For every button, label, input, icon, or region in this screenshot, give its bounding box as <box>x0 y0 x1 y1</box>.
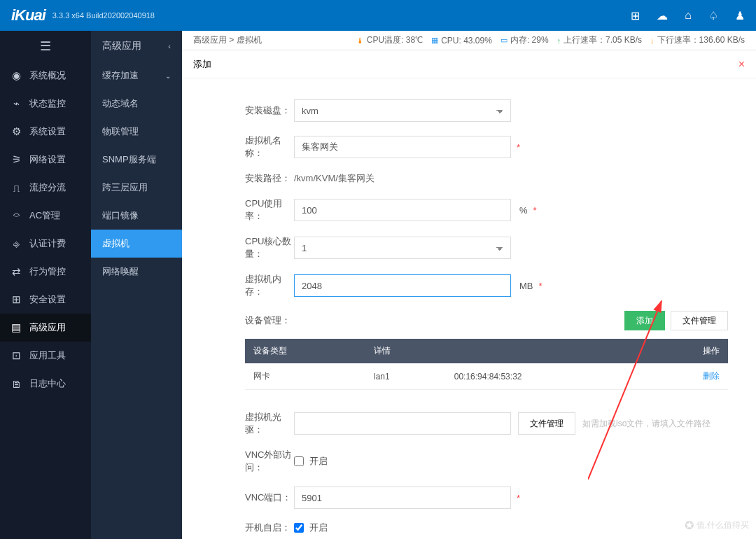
nav2-item[interactable]: SNMP服务端 <box>91 146 182 174</box>
file-manage-button[interactable]: 文件管理 <box>671 311 728 330</box>
cpu-icon: ▦ <box>431 36 438 45</box>
nav-label: 高级应用 <box>29 321 66 334</box>
close-icon[interactable]: × <box>738 58 745 71</box>
nav-label: 网络设置 <box>29 153 66 166</box>
col-action: 操作 <box>648 339 728 363</box>
nav1-item[interactable]: ⚞网络设置 <box>0 146 91 174</box>
nav2-item[interactable]: 动态域名 <box>91 90 182 118</box>
vnc-ext-checkbox[interactable]: 开启 <box>294 455 328 468</box>
logo: iKuai <box>11 6 46 24</box>
nav1-item[interactable]: 🗎日志中心 <box>0 370 91 398</box>
nav1-item[interactable]: ◉系统概况 <box>0 62 91 90</box>
device-table: 设备类型 详情 操作 网卡 lan1 00:16:94:84:53:32 删除 <box>245 339 728 390</box>
cdrom-hint: 如需加载iso文件，请填入文件路径 <box>582 418 710 430</box>
memory-input[interactable] <box>294 274 511 297</box>
nav2-item[interactable]: 跨三层应用 <box>91 174 182 202</box>
upload-rate: 上行速率：7.05 KB/s <box>564 34 642 46</box>
cell-type: 网卡 <box>245 363 365 390</box>
cpu-usage-label: CPU使用率： <box>210 197 294 223</box>
nav2-label: 跨三层应用 <box>102 181 148 194</box>
cdrom-label: 虚拟机光驱： <box>210 411 294 436</box>
nav2-label: 物联管理 <box>102 125 139 138</box>
vnc-port-label: VNC端口： <box>210 491 294 504</box>
nav2-label: 虚拟机 <box>102 237 130 250</box>
cpu-usage: CPU: 43.09% <box>441 36 492 46</box>
cloud-icon[interactable]: ☁ <box>657 9 668 22</box>
breadcrumb[interactable]: 高级应用 > 虚拟机 <box>193 34 262 46</box>
table-row: 网卡 lan1 00:16:94:84:53:32 删除 <box>245 363 728 390</box>
nav1-item[interactable]: ⊞安全设置 <box>0 286 91 314</box>
cpu-cores-label: CPU核心数量： <box>210 235 294 260</box>
chevron-left-icon[interactable]: ‹ <box>168 42 171 50</box>
nav-icon: ⊞ <box>10 293 22 306</box>
cpu-usage-input[interactable] <box>294 199 511 221</box>
add-device-button[interactable]: 添加 <box>624 311 665 330</box>
nav-icon: ⌔ <box>10 210 22 222</box>
top-bar: iKuai 3.3.3 x64 Build202002040918 ⊞ ☁ ⌂ … <box>0 0 756 31</box>
user-icon[interactable]: ♟ <box>735 9 745 22</box>
nav1-item[interactable]: ▤高级应用 <box>0 314 91 342</box>
memory-usage: 内存: 29% <box>510 34 549 46</box>
nav-label: 系统设置 <box>29 125 66 138</box>
nav1-item[interactable]: ⎍流控分流 <box>0 174 91 202</box>
nav2-item[interactable]: 端口镜像 <box>91 202 182 230</box>
topbar-icons: ⊞ ☁ ⌂ ♤ ♟ <box>631 9 745 22</box>
cpu-cores-select[interactable]: 1 <box>294 237 511 259</box>
upload-icon: ↑ <box>557 36 561 45</box>
nav2-item[interactable]: 物联管理 <box>91 118 182 146</box>
delete-link[interactable]: 删除 <box>703 371 720 381</box>
watermark: ✪值,什么值得买 <box>685 519 749 532</box>
path-label: 安装路径： <box>210 172 294 185</box>
vm-name-input[interactable] <box>294 136 511 158</box>
required-mark: * <box>517 142 520 153</box>
home-icon[interactable]: ⌂ <box>685 9 692 22</box>
cdrom-file-button[interactable]: 文件管理 <box>518 412 575 435</box>
vnc-port-input[interactable] <box>294 486 511 509</box>
form-area: 安装磁盘： kvm 虚拟机名称： * 安装路径： /kvm/KVM/集客网关 <box>182 78 756 539</box>
nav1-item[interactable]: ⎆认证计费 <box>0 230 91 258</box>
name-label: 虚拟机名称： <box>210 134 294 160</box>
nav2-item[interactable]: 缓存加速⌄ <box>91 62 182 90</box>
nav1-item[interactable]: ⚙系统设置 <box>0 118 91 146</box>
grid-icon[interactable]: ⊞ <box>631 9 640 22</box>
chevron-down-icon: ⌄ <box>165 72 171 80</box>
memory-unit: MB <box>519 281 533 291</box>
device-label: 设备管理： <box>245 314 290 327</box>
nav-icon: ⚙ <box>10 125 22 138</box>
primary-nav: ☰ ◉系统概况⌁状态监控⚙系统设置⚞网络设置⎍流控分流⌔AC管理⎆认证计费⇄行为… <box>0 31 91 539</box>
nav-label: 行为管控 <box>29 265 66 278</box>
nav2-item[interactable]: 虚拟机 <box>91 230 182 258</box>
autostart-checkbox[interactable]: 开启 <box>294 522 328 534</box>
col-type: 设备类型 <box>245 339 365 363</box>
nav2-label: 动态域名 <box>102 97 139 110</box>
nav-label: 应用工具 <box>29 349 66 362</box>
required-mark: * <box>539 281 542 291</box>
memory-icon: ▭ <box>500 36 507 45</box>
cell-mac: 00:16:94:84:53:32 <box>446 363 648 390</box>
nav1-item[interactable]: ⌁状态监控 <box>0 90 91 118</box>
nav-label: 日志中心 <box>29 377 66 390</box>
nav1-item[interactable]: ⌔AC管理 <box>0 202 91 230</box>
nav2-label: 端口镜像 <box>102 209 139 222</box>
nav-icon: ⌁ <box>10 97 22 110</box>
version-text: 3.3.3 x64 Build202002040918 <box>52 11 155 20</box>
install-path: /kvm/KVM/集客网关 <box>294 172 374 185</box>
nav-label: 安全设置 <box>29 293 66 306</box>
required-mark: * <box>517 493 520 503</box>
disk-select[interactable]: kvm <box>294 99 511 122</box>
nav-icon: ⚞ <box>10 153 22 166</box>
bell-icon[interactable]: ♤ <box>708 9 718 22</box>
nav-icon: ▤ <box>10 321 22 334</box>
nav1-item[interactable]: ⇄行为管控 <box>0 258 91 286</box>
nav-collapse-icon[interactable]: ☰ <box>0 31 91 62</box>
col-blank <box>446 339 648 363</box>
autostart-label: 开机自启： <box>210 522 294 534</box>
vnc-ext-label: VNC外部访问： <box>210 449 294 474</box>
nav-label: 认证计费 <box>29 237 66 250</box>
cdrom-input[interactable] <box>294 412 511 435</box>
nav1-item[interactable]: ⊡应用工具 <box>0 342 91 370</box>
download-rate: 下行速率：136.60 KB/s <box>657 34 745 46</box>
nav2-item[interactable]: 网络唤醒 <box>91 258 182 286</box>
secondary-nav: 高级应用 ‹ 缓存加速⌄动态域名物联管理SNMP服务端跨三层应用端口镜像虚拟机网… <box>91 31 182 539</box>
disk-label: 安装磁盘： <box>210 104 294 117</box>
